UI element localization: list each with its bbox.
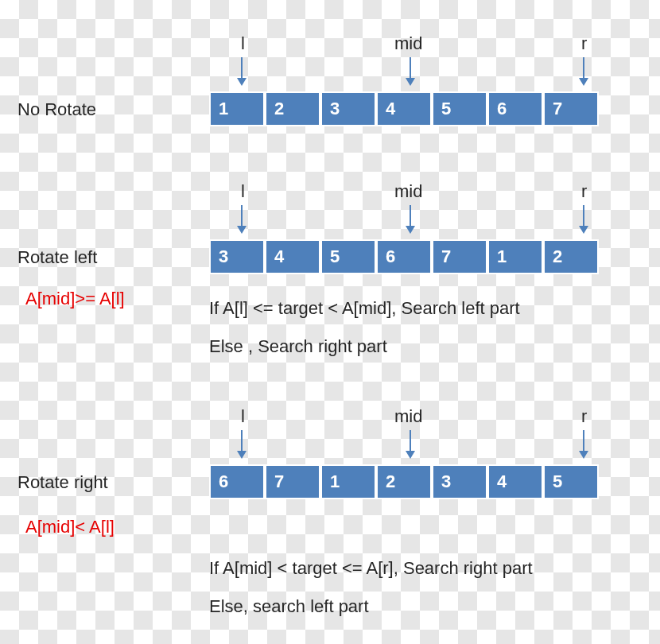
arrow-down-icon (578, 430, 589, 459)
no-rotate-title: No Rotate (17, 99, 96, 120)
array-no-rotate: 1 2 3 4 5 6 7 (209, 91, 599, 126)
ptr-label-mid-1: mid (394, 33, 422, 54)
array-cell: 2 (265, 91, 320, 126)
svg-marker-11 (579, 226, 588, 234)
array-cell: 5 (543, 464, 599, 499)
rotate-left-condition: A[mid]>= A[l] (25, 289, 125, 309)
svg-marker-5 (579, 78, 588, 86)
array-cell: 4 (487, 464, 543, 499)
svg-marker-7 (237, 226, 247, 234)
rotate-left-else-rule: Else , Search right part (209, 336, 387, 357)
array-cell: 6 (209, 464, 265, 499)
ptr-label-l-3: l (241, 406, 245, 427)
svg-marker-17 (579, 451, 588, 459)
array-cell: 1 (320, 464, 376, 499)
ptr-label-mid-2: mid (394, 181, 422, 202)
rotate-right-title: Rotate right (17, 472, 108, 493)
ptr-label-l-2: l (241, 181, 245, 202)
diagram-canvas: No Rotate l mid r 1 2 3 4 5 6 7 Rotate l… (0, 0, 660, 644)
array-cell: 4 (265, 239, 320, 274)
array-cell: 4 (376, 91, 432, 126)
arrow-down-icon (578, 205, 589, 234)
rotate-right-if-rule: If A[mid] < target <= A[r], Search right… (209, 558, 533, 579)
ptr-label-l-1: l (241, 33, 245, 54)
rotate-left-if-rule: If A[l] <= target < A[mid], Search left … (209, 298, 520, 319)
array-cell: 6 (487, 91, 543, 126)
array-rotate-left: 3 4 5 6 7 1 2 (209, 239, 599, 274)
ptr-label-r-2: r (581, 181, 587, 202)
array-cell: 6 (376, 239, 432, 274)
rotate-right-else-rule: Else, search left part (209, 596, 369, 617)
arrow-down-icon (236, 57, 247, 86)
svg-marker-15 (406, 451, 415, 459)
array-cell: 1 (209, 91, 265, 126)
arrow-down-icon (236, 430, 247, 459)
svg-marker-9 (406, 226, 415, 234)
svg-marker-3 (406, 78, 415, 86)
svg-marker-1 (237, 78, 247, 86)
array-cell: 3 (320, 91, 376, 126)
rotate-right-condition: A[mid]< A[l] (25, 517, 115, 537)
ptr-label-r-1: r (581, 33, 587, 54)
svg-marker-13 (237, 451, 247, 459)
array-cell: 2 (376, 464, 432, 499)
array-cell: 2 (543, 239, 599, 274)
arrow-down-icon (236, 205, 247, 234)
array-cell: 1 (487, 239, 543, 274)
array-cell: 7 (432, 239, 487, 274)
arrow-down-icon (405, 205, 416, 234)
arrow-down-icon (405, 57, 416, 86)
rotate-left-title: Rotate left (17, 247, 97, 268)
array-cell: 3 (209, 239, 265, 274)
array-cell: 5 (432, 91, 487, 126)
ptr-label-mid-3: mid (394, 406, 422, 427)
arrow-down-icon (578, 57, 589, 86)
ptr-label-r-3: r (581, 406, 587, 427)
array-cell: 7 (543, 91, 599, 126)
array-cell: 3 (432, 464, 487, 499)
arrow-down-icon (405, 430, 416, 459)
array-cell: 5 (320, 239, 376, 274)
array-cell: 7 (265, 464, 320, 499)
array-rotate-right: 6 7 1 2 3 4 5 (209, 464, 599, 499)
